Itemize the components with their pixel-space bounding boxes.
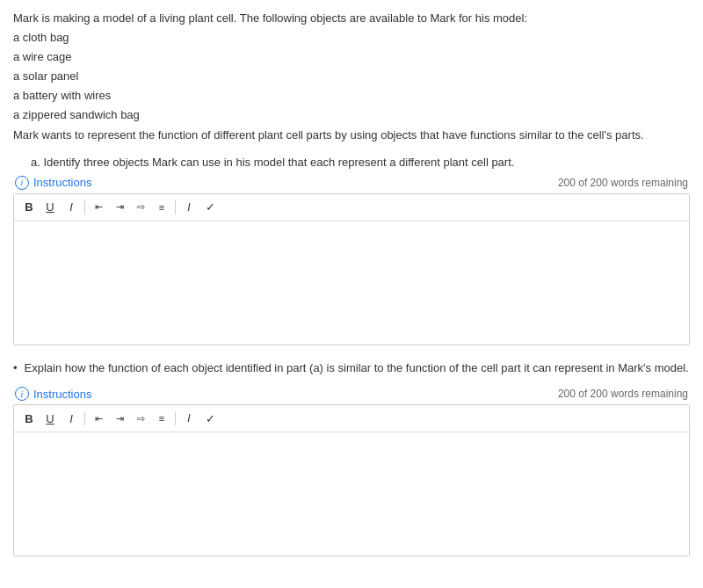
intro-section: Mark is making a model of a living plant… (13, 9, 690, 145)
align-right-button-a[interactable]: ⇨ (131, 198, 150, 217)
divider-b2 (175, 411, 176, 425)
bold-button-b[interactable]: B (19, 409, 39, 428)
align-left-button-b[interactable]: ⇤ (89, 409, 108, 428)
divider-a1 (84, 200, 85, 214)
clear-format-button-a[interactable]: I (179, 198, 199, 217)
intro-line2: Mark wants to represent the function of … (13, 126, 690, 145)
question-b-label: Explain how the function of each object … (25, 359, 690, 377)
question-b-section: • Explain how the function of each objec… (13, 359, 690, 557)
instructions-row-a: i Instructions 200 of 200 words remainin… (13, 176, 690, 190)
divider-b1 (84, 411, 85, 425)
editor-b: B U I ⇤ ⇥ ⇨ ≡ I ✓ (13, 404, 690, 556)
word-count-b: 200 of 200 words remaining (558, 388, 688, 400)
align-center-button-b[interactable]: ⇥ (110, 409, 129, 428)
justify-button-b[interactable]: ≡ (152, 409, 171, 428)
check-button-b[interactable]: ✓ (200, 409, 220, 428)
intro-line1: Mark is making a model of a living plant… (13, 9, 690, 28)
instructions-toggle-a[interactable]: i Instructions (15, 176, 91, 190)
question-a-section: a. Identify three objects Mark can use i… (13, 156, 690, 345)
align-center-button-a[interactable]: ⇥ (110, 198, 129, 217)
editor-body-a[interactable] (14, 221, 689, 345)
justify-button-a[interactable]: ≡ (152, 198, 171, 217)
question-b-bullet: • Explain how the function of each objec… (13, 359, 690, 377)
check-button-a[interactable]: ✓ (200, 198, 220, 217)
question-a-label: a. Identify three objects Mark can use i… (31, 156, 690, 169)
align-right-button-b[interactable]: ⇨ (131, 409, 150, 428)
toolbar-a: B U I ⇤ ⇥ ⇨ ≡ I ✓ (14, 194, 689, 221)
italic-button-a[interactable]: I (62, 198, 81, 217)
intro-item2: a wire cage (13, 47, 690, 67)
word-count-a: 200 of 200 words remaining (558, 177, 688, 189)
editor-body-b[interactable] (14, 432, 689, 555)
bold-button-a[interactable]: B (19, 198, 39, 217)
editor-a: B U I ⇤ ⇥ ⇨ ≡ I ✓ (13, 193, 690, 345)
underline-button-b[interactable]: U (40, 409, 60, 428)
italic-button-b[interactable]: I (62, 409, 81, 428)
clear-format-button-b[interactable]: I (179, 409, 199, 428)
bullet-dot-b: • (13, 361, 18, 374)
instructions-toggle-b[interactable]: i Instructions (15, 387, 91, 401)
intro-item5: a zippered sandwich bag (13, 105, 690, 125)
intro-item4: a battery with wires (13, 86, 690, 105)
align-left-button-a[interactable]: ⇤ (89, 198, 108, 217)
intro-item3: a solar panel (13, 67, 690, 86)
instructions-label-a: Instructions (33, 176, 91, 189)
info-icon-b: i (15, 387, 29, 401)
underline-button-a[interactable]: U (40, 198, 60, 217)
instructions-label-b: Instructions (33, 388, 91, 401)
toolbar-b: B U I ⇤ ⇥ ⇨ ≡ I ✓ (14, 405, 689, 432)
intro-item1: a cloth bag (13, 28, 690, 47)
info-icon-a: i (15, 176, 29, 190)
instructions-row-b: i Instructions 200 of 200 words remainin… (13, 387, 690, 401)
divider-a2 (175, 200, 176, 214)
